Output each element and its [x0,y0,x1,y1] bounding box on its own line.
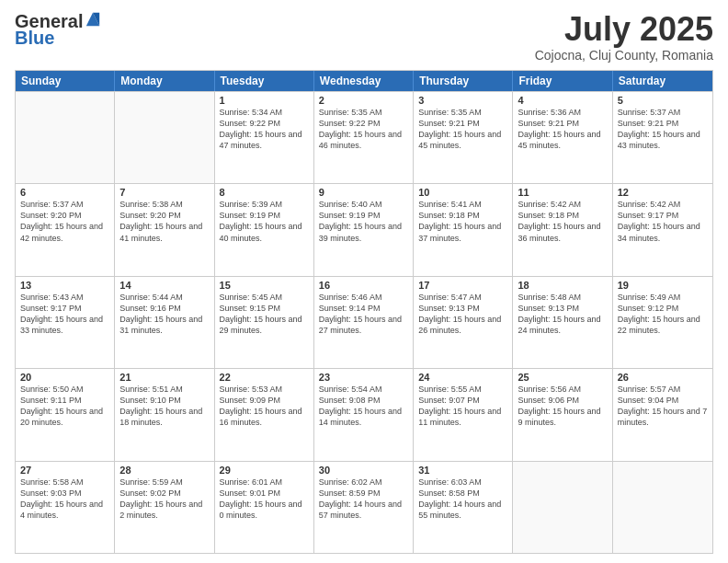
day-info: Sunrise: 5:59 AM Sunset: 9:02 PM Dayligh… [119,477,209,522]
logo-blue-text: Blue [15,28,101,48]
location: Cojocna, Cluj County, Romania [535,48,713,63]
calendar-cell-6: 6Sunrise: 5:37 AM Sunset: 9:20 PM Daylig… [16,184,115,275]
calendar-cell-20: 20Sunrise: 5:50 AM Sunset: 9:11 PM Dayli… [16,369,115,460]
calendar-row-3: 13Sunrise: 5:43 AM Sunset: 9:17 PM Dayli… [16,276,712,368]
calendar-header-monday: Monday [115,71,214,91]
calendar-cell-5: 5Sunrise: 5:37 AM Sunset: 9:21 PM Daylig… [613,92,712,183]
day-info: Sunrise: 5:55 AM Sunset: 9:07 PM Dayligh… [418,384,507,429]
day-info: Sunrise: 5:40 AM Sunset: 9:19 PM Dayligh… [319,199,408,244]
day-info: Sunrise: 5:37 AM Sunset: 9:20 PM Dayligh… [20,199,109,244]
day-number: 1 [220,95,309,106]
day-info: Sunrise: 6:01 AM Sunset: 9:01 PM Dayligh… [220,477,309,522]
day-number: 31 [418,465,507,476]
calendar-cell-7: 7Sunrise: 5:38 AM Sunset: 9:20 PM Daylig… [115,184,214,275]
calendar-cell-25: 25Sunrise: 5:56 AM Sunset: 9:06 PM Dayli… [513,369,612,460]
day-number: 5 [618,95,708,106]
day-info: Sunrise: 5:47 AM Sunset: 9:13 PM Dayligh… [418,292,507,337]
calendar-row-1: 1Sunrise: 5:34 AM Sunset: 9:22 PM Daylig… [16,91,712,183]
calendar-cell-26: 26Sunrise: 5:57 AM Sunset: 9:04 PM Dayli… [613,369,712,460]
calendar-cell-22: 22Sunrise: 5:53 AM Sunset: 9:09 PM Dayli… [215,369,314,460]
calendar-cell-16: 16Sunrise: 5:46 AM Sunset: 9:14 PM Dayli… [314,277,414,368]
day-number: 26 [618,372,708,383]
day-number: 6 [20,187,109,198]
calendar-header-tuesday: Tuesday [215,71,314,91]
calendar-header-thursday: Thursday [414,71,513,91]
day-number: 16 [319,280,408,291]
calendar-cell-14: 14Sunrise: 5:44 AM Sunset: 9:16 PM Dayli… [115,277,214,368]
calendar-cell-18: 18Sunrise: 5:48 AM Sunset: 9:13 PM Dayli… [513,277,612,368]
day-number: 23 [319,372,408,383]
logo: General Blue [15,11,101,48]
day-info: Sunrise: 6:03 AM Sunset: 8:58 PM Dayligh… [418,477,507,522]
day-info: Sunrise: 5:51 AM Sunset: 9:10 PM Dayligh… [119,384,209,429]
calendar-cell-10: 10Sunrise: 5:41 AM Sunset: 9:18 PM Dayli… [414,184,513,275]
day-info: Sunrise: 5:41 AM Sunset: 9:18 PM Dayligh… [418,199,507,244]
calendar-cell-empty [513,462,612,553]
day-info: Sunrise: 5:45 AM Sunset: 9:15 PM Dayligh… [220,292,309,337]
calendar-cell-29: 29Sunrise: 6:01 AM Sunset: 9:01 PM Dayli… [215,462,314,553]
calendar-cell-30: 30Sunrise: 6:02 AM Sunset: 8:59 PM Dayli… [314,462,414,553]
day-info: Sunrise: 5:58 AM Sunset: 9:03 PM Dayligh… [20,477,109,522]
day-number: 27 [20,465,109,476]
day-number: 15 [220,280,309,291]
day-number: 2 [319,95,408,106]
day-number: 21 [119,372,209,383]
day-number: 29 [220,465,309,476]
day-info: Sunrise: 5:56 AM Sunset: 9:06 PM Dayligh… [518,384,607,429]
day-info: Sunrise: 5:35 AM Sunset: 9:21 PM Dayligh… [418,107,507,152]
day-info: Sunrise: 6:02 AM Sunset: 8:59 PM Dayligh… [319,477,408,522]
day-info: Sunrise: 5:39 AM Sunset: 9:19 PM Dayligh… [220,199,309,244]
calendar-cell-12: 12Sunrise: 5:42 AM Sunset: 9:17 PM Dayli… [613,184,712,275]
logo-icon [85,9,101,29]
day-info: Sunrise: 5:50 AM Sunset: 9:11 PM Dayligh… [20,384,109,429]
calendar-cell-19: 19Sunrise: 5:49 AM Sunset: 9:12 PM Dayli… [613,277,712,368]
day-info: Sunrise: 5:53 AM Sunset: 9:09 PM Dayligh… [220,384,309,429]
calendar-cell-11: 11Sunrise: 5:42 AM Sunset: 9:18 PM Dayli… [513,184,612,275]
calendar-cell-1: 1Sunrise: 5:34 AM Sunset: 9:22 PM Daylig… [215,92,314,183]
day-info: Sunrise: 5:42 AM Sunset: 9:18 PM Dayligh… [518,199,607,244]
day-info: Sunrise: 5:49 AM Sunset: 9:12 PM Dayligh… [618,292,708,337]
calendar-cell-13: 13Sunrise: 5:43 AM Sunset: 9:17 PM Dayli… [16,277,115,368]
calendar-row-4: 20Sunrise: 5:50 AM Sunset: 9:11 PM Dayli… [16,368,712,460]
calendar: SundayMondayTuesdayWednesdayThursdayFrid… [15,70,713,554]
calendar-cell-empty [16,92,115,183]
day-number: 28 [119,465,209,476]
day-number: 30 [319,465,408,476]
day-number: 22 [220,372,309,383]
day-info: Sunrise: 5:42 AM Sunset: 9:17 PM Dayligh… [618,199,708,244]
month-title: July 2025 [535,11,713,48]
calendar-cell-15: 15Sunrise: 5:45 AM Sunset: 9:15 PM Dayli… [215,277,314,368]
calendar-row-5: 27Sunrise: 5:58 AM Sunset: 9:03 PM Dayli… [16,461,712,553]
day-info: Sunrise: 5:46 AM Sunset: 9:14 PM Dayligh… [319,292,408,337]
day-number: 3 [418,95,507,106]
page-header: General Blue July 2025 Cojocna, Cluj Cou… [15,11,713,63]
calendar-header: SundayMondayTuesdayWednesdayThursdayFrid… [16,71,712,91]
calendar-cell-23: 23Sunrise: 5:54 AM Sunset: 9:08 PM Dayli… [314,369,414,460]
day-number: 4 [518,95,607,106]
logo-text: General Blue [15,11,101,48]
calendar-cell-empty [115,92,214,183]
calendar-cell-empty [613,462,712,553]
calendar-cell-28: 28Sunrise: 5:59 AM Sunset: 9:02 PM Dayli… [115,462,214,553]
day-info: Sunrise: 5:35 AM Sunset: 9:22 PM Dayligh… [319,107,408,152]
calendar-cell-31: 31Sunrise: 6:03 AM Sunset: 8:58 PM Dayli… [414,462,513,553]
day-info: Sunrise: 5:44 AM Sunset: 9:16 PM Dayligh… [119,292,209,337]
day-info: Sunrise: 5:57 AM Sunset: 9:04 PM Dayligh… [618,384,708,429]
day-info: Sunrise: 5:43 AM Sunset: 9:17 PM Dayligh… [20,292,109,337]
calendar-header-friday: Friday [513,71,612,91]
day-number: 17 [418,280,507,291]
calendar-cell-4: 4Sunrise: 5:36 AM Sunset: 9:21 PM Daylig… [513,92,612,183]
calendar-body: 1Sunrise: 5:34 AM Sunset: 9:22 PM Daylig… [16,91,712,553]
day-info: Sunrise: 5:38 AM Sunset: 9:20 PM Dayligh… [119,199,209,244]
calendar-header-saturday: Saturday [613,71,712,91]
day-number: 14 [119,280,209,291]
day-number: 18 [518,280,607,291]
calendar-cell-17: 17Sunrise: 5:47 AM Sunset: 9:13 PM Dayli… [414,277,513,368]
day-number: 8 [220,187,309,198]
day-number: 24 [418,372,507,383]
day-number: 10 [418,187,507,198]
calendar-cell-21: 21Sunrise: 5:51 AM Sunset: 9:10 PM Dayli… [115,369,214,460]
day-info: Sunrise: 5:48 AM Sunset: 9:13 PM Dayligh… [518,292,607,337]
calendar-header-wednesday: Wednesday [314,71,414,91]
calendar-cell-3: 3Sunrise: 5:35 AM Sunset: 9:21 PM Daylig… [414,92,513,183]
